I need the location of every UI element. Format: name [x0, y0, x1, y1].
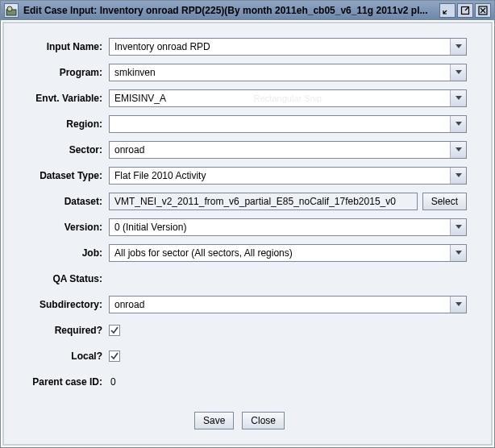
chevron-down-icon[interactable] [450, 297, 466, 313]
minimize-button[interactable] [439, 3, 455, 18]
subdirectory-value: onroad [110, 299, 450, 310]
edit-case-input-window: Edit Case Input: Inventory onroad RPD(22… [0, 0, 495, 448]
chevron-down-icon[interactable] [450, 168, 466, 184]
job-label: Job: [12, 247, 109, 259]
dialog-buttons: Save Close [12, 404, 467, 434]
dataset-label: Dataset: [12, 196, 109, 207]
program-label: Program: [12, 67, 109, 78]
form-panel: Input Name: Program: smkinven [2, 22, 493, 446]
local-checkbox[interactable] [109, 351, 120, 362]
region-combobox[interactable] [109, 115, 467, 133]
chevron-down-icon[interactable] [450, 142, 466, 158]
chevron-down-icon[interactable] [450, 116, 466, 132]
chevron-down-icon[interactable] [450, 245, 466, 261]
maximize-button[interactable] [457, 3, 473, 18]
svg-point-1 [7, 6, 12, 11]
app-icon [4, 3, 19, 18]
window-title: Edit Case Input: Inventory onroad RPD(22… [22, 5, 436, 16]
required-label: Required? [12, 325, 109, 336]
local-label: Local? [12, 351, 109, 362]
titlebar: Edit Case Input: Inventory onroad RPD(22… [1, 1, 494, 20]
version-value: 0 (Initial Version) [110, 222, 450, 233]
input-name-combobox[interactable] [109, 38, 467, 56]
region-label: Region: [12, 118, 109, 130]
input-name-label: Input Name: [12, 41, 109, 52]
parent-case-id-value: 0 [109, 376, 116, 388]
program-value: smkinven [110, 67, 450, 78]
dataset-value: VMT_NEI_v2_2011_from_v6_partial_E85_noCa… [109, 193, 418, 210]
chevron-down-icon[interactable] [450, 39, 466, 55]
save-button[interactable]: Save [194, 412, 234, 429]
dataset-type-label: Dataset Type: [12, 170, 109, 181]
close-button[interactable]: Close [242, 412, 285, 429]
qa-status-label: QA Status: [12, 273, 109, 284]
chevron-down-icon[interactable] [450, 64, 466, 81]
select-dataset-button[interactable]: Select [422, 193, 467, 210]
envt-variable-value: EMISINV_A [110, 93, 450, 104]
chevron-down-icon[interactable] [450, 90, 466, 106]
subdirectory-combobox[interactable]: onroad [109, 296, 467, 313]
dataset-type-value: Flat File 2010 Activity [110, 170, 450, 181]
window-controls [439, 3, 491, 18]
required-checkbox[interactable] [109, 325, 120, 336]
job-value: All jobs for sector (All sectors, All re… [110, 247, 450, 259]
envt-variable-combobox[interactable]: EMISINV_A [109, 89, 467, 107]
job-combobox[interactable]: All jobs for sector (All sectors, All re… [109, 244, 467, 262]
sector-label: Sector: [12, 144, 109, 156]
version-combobox[interactable]: 0 (Initial Version) [109, 218, 467, 236]
dataset-type-combobox[interactable]: Flat File 2010 Activity [109, 167, 467, 185]
close-window-button[interactable] [475, 3, 491, 18]
program-combobox[interactable]: smkinven [109, 64, 467, 81]
chevron-down-icon[interactable] [450, 219, 466, 235]
subdirectory-label: Subdirectory: [12, 299, 109, 310]
sector-value: onroad [110, 144, 450, 156]
parent-case-id-label: Parent case ID: [12, 376, 109, 388]
input-name-input[interactable] [110, 39, 450, 55]
version-label: Version: [12, 222, 109, 233]
envt-variable-label: Envt. Variable: [12, 93, 109, 104]
sector-combobox[interactable]: onroad [109, 141, 467, 159]
